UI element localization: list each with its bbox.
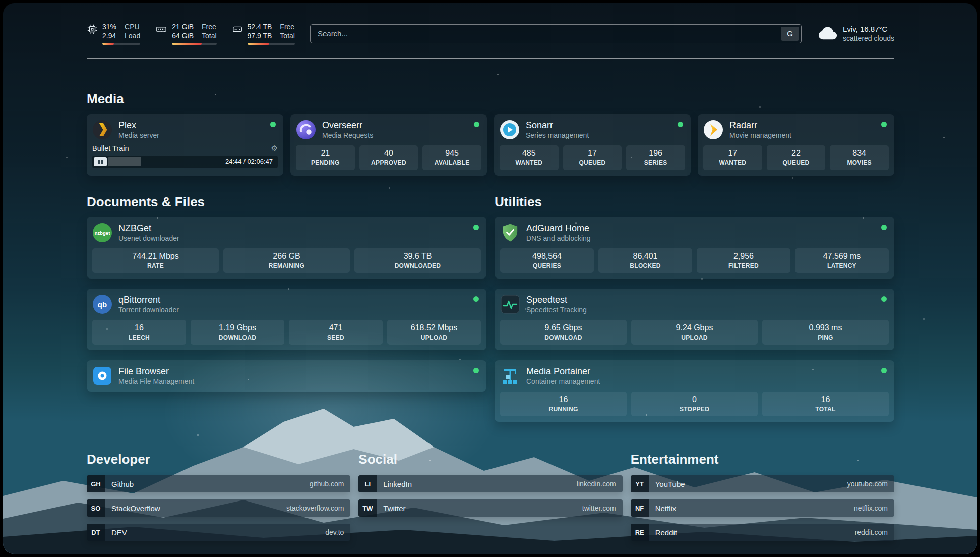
card-qbittorrent[interactable]: qb qBittorrent Torrent downloader	[87, 289, 486, 350]
card-portainer[interactable]: Media Portainer Container management 16 …	[495, 360, 894, 422]
card-header: Media Portainer Container management	[500, 366, 889, 386]
card-header: nzbget NZBGet Usenet downloader	[92, 222, 481, 243]
memory-total-value: 64 GiB	[172, 31, 194, 40]
stat-label: APPROVED	[361, 159, 416, 167]
stat-value: 9.24 Gbps	[633, 323, 756, 333]
card-title: NZBGet	[118, 222, 179, 234]
gear-icon[interactable]: ⚙	[271, 144, 278, 153]
stat-running: 16 RUNNING	[500, 392, 627, 416]
section-title-media: Media	[87, 91, 894, 107]
stat-label: LATENCY	[797, 262, 887, 270]
stat-label: WANTED	[502, 159, 557, 167]
stat-value: 40	[361, 148, 416, 158]
filebrowser-icon	[92, 366, 112, 386]
memory-widget: 21 GiB 64 GiB Free Total	[155, 22, 216, 45]
card-title: Speedtest	[526, 294, 587, 305]
stat-value: 471	[291, 323, 381, 333]
cpu-icon	[87, 24, 98, 35]
status-dot	[473, 368, 479, 373]
bookmark-name: Netflix	[655, 504, 677, 513]
section-documents: Documents & Files nzbget	[87, 194, 486, 392]
bookmark-url: dev.to	[325, 528, 344, 536]
stat-value: 485	[502, 148, 557, 158]
status-dot	[881, 225, 887, 230]
plex-icon	[92, 120, 112, 140]
stat-label: WANTED	[705, 159, 760, 167]
card-header: File Browser Media File Management	[92, 366, 481, 386]
stat-stopped: 0 STOPPED	[631, 392, 758, 416]
stat-value: 266 GB	[225, 251, 348, 261]
bookmark-group-title: Social	[358, 451, 622, 467]
bookmark-name: LinkedIn	[383, 480, 412, 488]
stat-upload: 9.24 Gbps UPLOAD	[631, 320, 758, 345]
stat-label: RATE	[94, 262, 217, 270]
card-header: Sonarr Series management	[500, 120, 685, 140]
stat-value: 21	[298, 148, 353, 158]
bookmark-stackoverflow[interactable]: SO StackOverflow stackoverflow.com	[87, 499, 350, 517]
card-subtitle: Container management	[526, 377, 600, 386]
nzbget-icon: nzbget	[92, 222, 112, 243]
memory-free-value: 21 GiB	[172, 22, 194, 31]
bookmark-url: github.com	[310, 480, 344, 488]
status-dot	[881, 122, 887, 127]
search-provider-button[interactable]: G	[781, 27, 799, 41]
card-radarr[interactable]: Radarr Movie management 17 WANTED 22 QUE…	[698, 114, 894, 176]
bookmark-name: StackOverflow	[111, 504, 160, 513]
status-dot	[473, 296, 479, 302]
stat-value: 1.19 Gbps	[193, 323, 282, 333]
bookmark-twitter[interactable]: TW Twitter twitter.com	[358, 499, 622, 517]
stat-value: 16	[764, 395, 887, 405]
card-filebrowser[interactable]: File Browser Media File Management	[87, 360, 486, 392]
card-speedtest[interactable]: Speedtest Speedtest Tracking 9.65 Gbps D…	[495, 289, 894, 350]
card-header: Speedtest Speedtest Tracking	[500, 294, 889, 314]
stats: 498,564 QUERIES 86,401 BLOCKED 2,956 FIL…	[500, 248, 889, 273]
card-overseerr[interactable]: Overseerr Media Requests 21 PENDING 40 A…	[290, 114, 487, 176]
stat-queued: 17 QUEUED	[563, 145, 622, 170]
stat-movies: 834 MOVIES	[830, 145, 889, 170]
stats: 17 WANTED 22 QUEUED 834 MOVIES	[703, 145, 889, 170]
weather-condition: scattered clouds	[843, 34, 894, 43]
bookmark-youtube[interactable]: YT YouTube youtube.com	[631, 475, 894, 492]
stat-value: 17	[565, 148, 620, 158]
bookmark-netflix[interactable]: NF Netflix netflix.com	[631, 499, 894, 517]
card-adguard[interactable]: AdGuard Home DNS and adblocking 498,564 …	[495, 217, 894, 278]
bookmark-abbr: YT	[631, 475, 649, 492]
bookmark-url: reddit.com	[855, 528, 888, 536]
pause-button[interactable]	[94, 157, 107, 166]
search-input[interactable]	[311, 29, 781, 38]
bookmark-url: netflix.com	[854, 504, 888, 512]
bookmark-abbr: LI	[358, 475, 377, 492]
stat-label: FILTERED	[699, 262, 788, 270]
stat-total: 16 TOTAL	[762, 392, 889, 416]
bookmark-abbr: RE	[631, 524, 649, 541]
card-header: Radarr Movie management	[703, 120, 889, 140]
bookmark-group-title: Entertainment	[631, 451, 894, 467]
dashboard-screen: 31% 2.94 CPU Load	[3, 3, 977, 554]
card-header: Overseerr Media Requests	[296, 120, 481, 140]
card-nzbget[interactable]: nzbget NZBGet Usenet downloader 74	[87, 217, 486, 278]
stat-value: 0	[633, 395, 756, 405]
bookmark-linkedin[interactable]: LI LinkedIn linkedin.com	[358, 475, 622, 492]
header-divider	[87, 58, 894, 59]
stats: 21 PENDING 40 APPROVED 945 AVAILABLE	[296, 145, 481, 170]
card-plex[interactable]: Plex Media server Bullet Train ⚙	[87, 114, 283, 176]
stat-remaining: 266 GB REMAINING	[223, 248, 350, 273]
status-dot	[270, 122, 276, 127]
card-sonarr[interactable]: Sonarr Series management 485 WANTED 17 Q…	[494, 114, 691, 176]
stat-queued: 22 QUEUED	[767, 145, 826, 170]
stats: 16 RUNNING 0 STOPPED 16 TOTAL	[500, 392, 889, 416]
stat-series: 196 SERIES	[626, 145, 685, 170]
status-dot	[881, 368, 887, 373]
stat-value: 0.993 ms	[764, 323, 887, 333]
bookmark-reddit[interactable]: RE Reddit reddit.com	[631, 524, 894, 541]
stat-value: 16	[502, 395, 625, 405]
stat-ping: 0.993 ms PING	[762, 320, 889, 345]
bookmark-url: stackoverflow.com	[286, 504, 344, 512]
bookmark-abbr: GH	[87, 475, 105, 492]
cpu-usage-value: 31%	[102, 22, 116, 31]
bookmark-dev[interactable]: DT DEV dev.to	[87, 524, 350, 541]
stat-pending: 21 PENDING	[296, 145, 355, 170]
bookmark-github[interactable]: GH Github github.com	[87, 475, 350, 492]
bookmark-name: Github	[111, 480, 134, 488]
bookmark-group-entertainment: Entertainment YT YouTube youtube.com NF …	[631, 451, 894, 548]
